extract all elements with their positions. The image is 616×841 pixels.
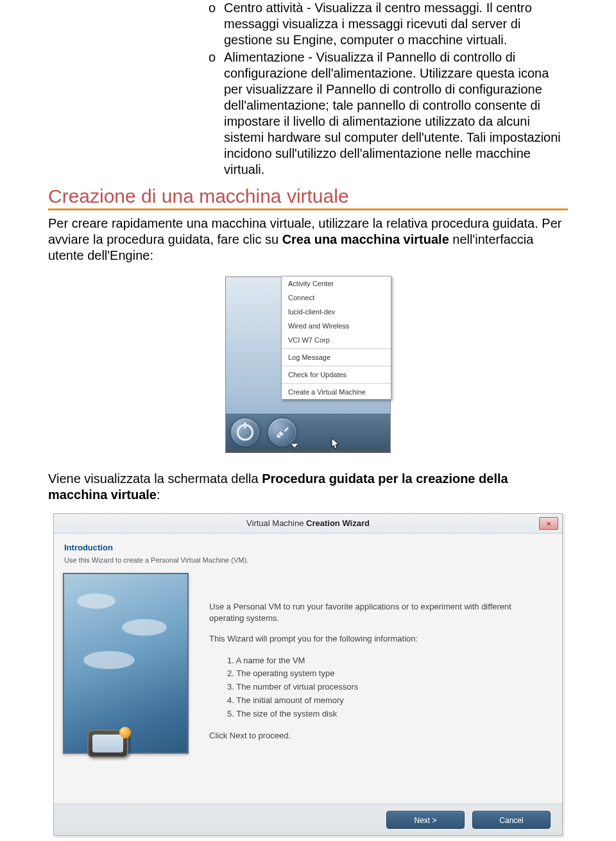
wizard-intro-subtitle: Use this Wizard to create a Personal Vir…: [64, 556, 552, 564]
desktop-sky: Activity Center Connect lucid-client-dev…: [226, 277, 390, 450]
wizard-title: Virtual Machine Creation Wizard: [246, 518, 370, 528]
bullet-marker: o: [209, 0, 224, 48]
menu-separator: [282, 348, 391, 349]
text: :: [157, 488, 160, 502]
wizard-intro-title: Introduction: [64, 543, 552, 552]
text: Virtual Machine: [246, 518, 306, 528]
list-item: 3. The number of virtual processors: [227, 681, 544, 694]
menu-item-wired-and-wireless[interactable]: Wired and Wireless: [282, 319, 391, 333]
wizard-titlebar: Virtual Machine Creation Wizard: [54, 514, 562, 534]
list-item: 1. A name for the VM: [227, 654, 544, 668]
wizard-dialog: Virtual Machine Creation Wizard Introduc…: [53, 513, 563, 836]
context-menu: Activity Center Connect lucid-client-dev…: [281, 276, 391, 400]
menu-separator: [282, 383, 391, 384]
wizard-steps-list: 1. A name for the VM 2. The operating sy…: [209, 654, 544, 721]
menu-item-check-for-updates[interactable]: Check for Updates: [282, 368, 391, 382]
wizard-left-panel: [54, 573, 203, 804]
text: Viene visualizzata la schermata della: [48, 471, 262, 486]
vm-badge-icon: [87, 729, 128, 758]
menu-separator: [282, 366, 391, 366]
menu-item-activity-center[interactable]: Activity Center: [282, 276, 391, 291]
wizard-right-panel: Use a Personal VM to run your favorite a…: [203, 573, 562, 804]
list-item: o Centro attività - Visualizza il centro…: [209, 0, 568, 48]
list-item: 2. The operating system type: [227, 667, 544, 681]
wizard-text: Use a Personal VM to run your favorite a…: [209, 601, 544, 624]
menu-item-log-message[interactable]: Log Message: [282, 350, 391, 364]
bullet-list: o Centro attività - Visualizza il centro…: [48, 0, 568, 178]
menu-item-vci-w7-corp[interactable]: VCI W7 Corp: [282, 333, 391, 347]
chevron-down-icon: [291, 444, 298, 448]
tools-icon[interactable]: [268, 418, 296, 446]
cursor-icon: [331, 437, 340, 449]
wizard-body: Use a Personal VM to run your favorite a…: [54, 573, 562, 804]
next-button[interactable]: Next >: [386, 811, 465, 829]
text-bold: Creation Wizard: [306, 518, 370, 528]
menu-item-lucid-client-dev[interactable]: lucid-client-dev: [282, 305, 391, 319]
menu-item-connect[interactable]: Connect: [282, 291, 391, 305]
wizard-text: Click Next to proceed.: [209, 730, 544, 742]
cancel-button[interactable]: Cancel: [472, 811, 551, 829]
body-paragraph: Per creare rapidamente una macchina virt…: [48, 216, 568, 264]
wizard-footer: Next > Cancel: [54, 804, 562, 835]
wizard-text: This Wizard will prompt you for the foll…: [209, 633, 544, 645]
close-icon[interactable]: [539, 517, 558, 530]
bullet-marker: o: [209, 49, 224, 178]
list-item: 5. The size of the system disk: [227, 708, 544, 721]
list-item: 4. The initial amount of memory: [227, 694, 544, 708]
context-menu-screenshot: Activity Center Connect lucid-client-dev…: [225, 276, 391, 453]
wizard-intro: Introduction Use this Wizard to create a…: [54, 534, 562, 564]
body-paragraph: Viene visualizzata la schermata della Pr…: [48, 471, 568, 503]
text-bold: Crea una macchina virtuale: [282, 232, 449, 246]
bullet-text: Centro attività - Visualizza il centro m…: [224, 0, 568, 48]
list-item: o Alimentazione - Visualizza il Pannello…: [209, 49, 568, 178]
wizard-illustration: [63, 573, 189, 754]
power-icon[interactable]: [231, 418, 259, 446]
section-heading: Creazione di una macchina virtuale: [48, 185, 568, 210]
taskbar: [226, 414, 390, 450]
menu-item-create-virtual-machine[interactable]: Create a Virtual Machine: [282, 385, 391, 399]
bullet-text: Alimentazione - Visualizza il Pannello d…: [224, 49, 568, 178]
